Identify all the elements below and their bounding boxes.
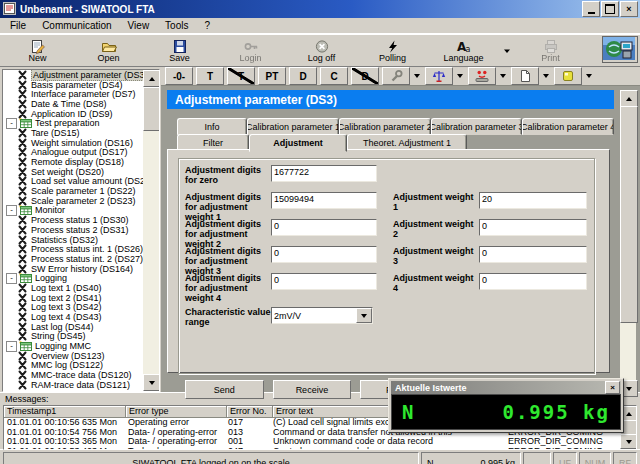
dropdown-button[interactable] [454,68,465,84]
column-header-error-type[interactable]: Error type [126,406,227,418]
tree-item-interface-parameter-ds7[interactable]: Interface parameter (DS7) [3,89,143,99]
scroll-up-button[interactable] [620,90,638,107]
tree-item-statistics-ds32[interactable]: Statistics (DS32) [3,235,143,245]
characteristic-range-select[interactable]: 2mV/V [271,307,373,324]
tree-item-test-preparation[interactable]: -Test preparation [3,118,143,128]
scale-t-button[interactable]: T [196,67,224,85]
tree-item-log-text-3-ds42[interactable]: Log text 3 (DS42) [3,303,143,313]
tree-item-load-set-value-amount-ds21[interactable]: Load set value amount (DS21) [3,177,143,187]
menu-file[interactable]: File [2,19,34,32]
message-row[interactable]: 01.01.01 00:10:53 403 MonTechnology proc… [4,447,636,450]
close-button[interactable]: × [620,1,638,17]
tree-item-scale-parameter-2-ds23[interactable]: Scale parameter 2 (DS23) [3,196,143,206]
tree-item-remote-display-ds18[interactable]: Remote display (DS18) [3,157,143,167]
toolbar-language-button[interactable]: AaLanguage [428,36,499,65]
menu-tools[interactable]: Tools [157,19,196,32]
tree-item-application-id-ds9[interactable]: Application ID (DS9) [3,109,143,119]
toolbar-print-button[interactable]: Print [515,36,586,65]
document-icon-button[interactable] [511,67,539,85]
message-row[interactable]: 01.01.01 00:10:53 365 MonData- / operati… [4,437,636,447]
scale-display-icon-button[interactable] [468,67,496,85]
tree-item-process-status-1-ds30[interactable]: Process status 1 (DS30) [3,215,143,225]
field-input-adjustment-digits-for-zero[interactable]: 1677722 [271,165,377,182]
field-input-adjustment-digits-for-adjustment-weight-3[interactable]: 0 [271,246,377,263]
tree-item-monitor[interactable]: -Monitor [3,206,143,216]
tree-item-process-status-2-ds31[interactable]: Process status 2 (DS31) [3,225,143,235]
scale-c-button[interactable]: C [320,67,348,85]
column-header-timestamp1[interactable]: Timestamp1 [4,406,126,418]
receive-button[interactable]: Receive [273,380,352,399]
scrollbar-thumb[interactable] [143,87,160,131]
tree-item-process-status-int-2-ds27[interactable]: Process status int. 2 (DS27) [3,254,143,264]
tree-item-log-text-4-ds43[interactable]: Log text 4 (DS43) [3,312,143,322]
send-button[interactable]: Send [185,380,264,399]
tab-calibration-parameter-1[interactable]: Calibration parameter 1 [247,118,339,135]
tab-adjustment[interactable]: Adjustment [249,134,347,152]
collapse-toggle-icon[interactable]: - [6,118,17,129]
field-input-adjustment-weight-3[interactable]: 0 [479,246,587,263]
dropdown-button[interactable] [583,68,594,84]
toolbar-new-button[interactable]: New [2,36,73,65]
toolbar-open-button[interactable]: Open [73,36,144,65]
tree-item-weight-simulation-ds16[interactable]: Weight simulation (DS16) [3,138,143,148]
tab-calibration-parameter-4[interactable]: Calibration parameter 4 [522,118,614,135]
menu-item[interactable]: ? [196,19,218,32]
toolbar-polling-button[interactable]: Polling [357,36,428,65]
tree-item-process-status-int-1-ds26[interactable]: Process status int. 1 (DS26) [3,244,143,254]
minimize-button[interactable] [582,1,600,17]
tab-calibration-parameter-3[interactable]: Calibration parameter 3 [431,118,523,135]
toolbar-login-button[interactable]: Login [215,36,286,65]
scale-pt-button[interactable]: PT [258,67,286,85]
toolbar-save-button[interactable]: Save [144,36,215,65]
collapse-toggle-icon[interactable]: - [6,273,17,284]
field-input-adjustment-digits-for-adjustment-weight-2[interactable]: 0 [271,219,377,236]
tree-item-logging-mmc[interactable]: -Logging MMC [3,341,143,351]
dropdown-button[interactable] [411,68,422,84]
tree-item-log-text-1-ds40[interactable]: Log text 1 (DS40) [3,283,143,293]
collapse-toggle-icon[interactable]: - [6,205,17,216]
tree-item-overview-ds123[interactable]: Overview (DS123) [3,351,143,361]
panel-scrollbar[interactable] [620,90,636,397]
scroll-down-button[interactable] [143,374,160,391]
menu-communication[interactable]: Communication [34,19,119,32]
scale-d-button[interactable]: D [289,67,317,85]
tree-item-mmc-trace-data-ds120[interactable]: MMC-trace data (DS120) [3,370,143,380]
dropdown-button[interactable] [540,68,551,84]
tree-item-basis-parameter-ds4[interactable]: Basis parameter (DS4) [3,80,143,90]
close-button[interactable]: × [605,381,620,394]
tree-item-date-time-ds8[interactable]: Date & Time (DS8) [3,99,143,109]
maximize-button[interactable] [601,1,619,17]
tree-item-string-ds45[interactable]: String (DS45) [3,332,143,342]
column-header-error-no[interactable]: Error No. [227,406,273,418]
tree-item-scale-parameter-1-ds22[interactable]: Scale parameter 1 (DS22) [3,186,143,196]
field-input-adjustment-weight-1[interactable]: 20 [479,192,587,209]
tab-info[interactable]: Info [177,118,247,135]
scale-balance-icon-button[interactable] [425,67,453,85]
dropdown-button[interactable] [497,68,508,84]
tree-item-logging[interactable]: -Logging [3,273,143,283]
tree-item-log-text-2-ds41[interactable]: Log text 2 (DS41) [3,293,143,303]
field-input-adjustment-digits-for-adjustment-weight-1[interactable]: 15099494 [271,192,377,209]
scroll-down-button[interactable] [620,434,637,449]
wrench-icon-button[interactable] [382,67,410,85]
tree-item-tare-ds15[interactable]: Tare (DS15) [3,128,143,138]
tree-item-ram-trace-data-ds121[interactable]: RAM-trace data (DS121) [3,380,143,390]
tab-calibration-parameter-2[interactable]: Calibration parameter 2 [339,118,431,135]
field-input-adjustment-weight-4[interactable]: 0 [479,273,587,290]
tree-item-sw-error-history-ds164[interactable]: SW Error history (DS164) [3,264,143,274]
dropdown-button[interactable] [356,308,372,323]
collapse-toggle-icon[interactable]: - [6,341,17,352]
field-input-adjustment-digits-for-adjustment-weight-4[interactable]: 0 [271,273,377,290]
tree-item-analogue-output-ds17[interactable]: Analogue output (DS17) [3,148,143,158]
scale-d-clear-button[interactable]: D [351,67,379,85]
field-input-adjustment-weight-2[interactable]: 0 [479,219,587,236]
toolbar-language-dropdown-button[interactable] [499,36,515,65]
tree-item-mmc-log-ds122[interactable]: MMC log (DS122) [3,361,143,371]
lamp-icon-button[interactable] [554,67,582,85]
scale-0-button[interactable]: -0- [165,67,193,85]
menu-view[interactable]: View [120,19,158,32]
scale-t-clear-button[interactable]: T [227,67,255,85]
scrollbar-thumb[interactable] [620,106,638,323]
scroll-up-button[interactable] [143,70,160,87]
live-values-titlebar[interactable]: Aktuelle Istwerte × [391,381,621,394]
